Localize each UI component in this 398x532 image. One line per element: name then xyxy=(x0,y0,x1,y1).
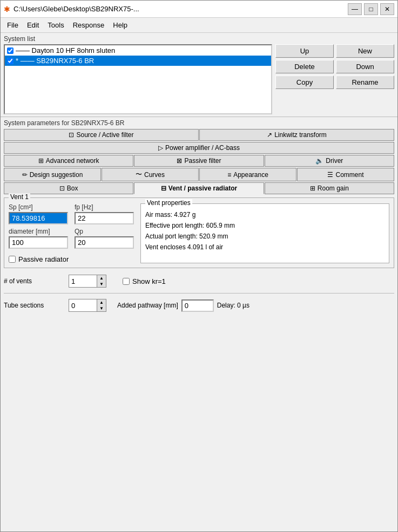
tab-source[interactable]: ⊡ Source / Active filter xyxy=(4,129,199,141)
tube-spinner-arrows: ▲ ▼ xyxy=(97,299,106,311)
copy-button[interactable]: Copy xyxy=(275,76,334,89)
tab-linkwitz[interactable]: ↗ Linkwitz transform xyxy=(199,129,394,141)
window-controls: — □ ✕ xyxy=(348,3,394,15)
params-label: System parameters for SB29NRX75-6 BR xyxy=(4,119,394,127)
tab-curves[interactable]: 〜 Curves xyxy=(102,168,199,181)
list-item[interactable]: * —— SB29NRX75-6 BR xyxy=(5,56,271,66)
new-button[interactable]: New xyxy=(336,44,394,58)
vent-groupbox: Vent 1 Sp [cm²] fp [Hz] xyxy=(4,197,394,268)
num-vents-label: # of vents xyxy=(4,277,63,285)
sp-field: Sp [cm²] xyxy=(9,203,68,224)
linkwitz-icon: ↗ xyxy=(267,131,272,139)
item-label-0: —— Dayton 10 HF 8ohm sluten xyxy=(16,46,115,54)
tab-driver-label: Driver xyxy=(326,157,343,165)
spinner-down-arrow[interactable]: ▼ xyxy=(97,281,106,287)
diameter-input[interactable] xyxy=(9,236,68,249)
tab-row-2: ▷ Power amplifier / AC-bass xyxy=(4,142,394,154)
window-title: C:\Users\Glebe\Desktop\SB29NRX75-... xyxy=(14,5,348,13)
fp-field: fp [Hz] xyxy=(75,203,134,224)
minimize-button[interactable]: — xyxy=(348,3,362,15)
eff-port-row: Effective port length: 605.9 mm xyxy=(145,220,384,231)
params-section: System parameters for SB29NRX75-6 BR ⊡ S… xyxy=(1,117,397,531)
tab-driver[interactable]: 🔈 Driver xyxy=(265,155,394,167)
tab-design-label: Design suggestion xyxy=(30,171,83,179)
power-icon: ▷ xyxy=(158,144,163,152)
menu-file[interactable]: File xyxy=(3,20,23,30)
tab-power[interactable]: ▷ Power amplifier / AC-bass xyxy=(4,142,394,154)
eff-port-label: Effective port length: xyxy=(145,222,204,229)
menu-tools[interactable]: Tools xyxy=(43,20,68,30)
item-checkbox-0[interactable] xyxy=(7,47,14,54)
tab-advnet[interactable]: ⊞ Advanced network xyxy=(4,155,133,167)
qp-label: Qp xyxy=(75,228,134,235)
tab-box[interactable]: ⊡ Box xyxy=(4,182,133,194)
tab-row-3: ⊞ Advanced network ⊠ Passive filter 🔈 Dr… xyxy=(4,155,394,167)
system-list-area: —— Dayton 10 HF 8ohm sluten * —— SB29NRX… xyxy=(4,44,394,114)
tube-spinner-up[interactable]: ▲ xyxy=(97,299,106,305)
actual-port-label: Actual port length: xyxy=(145,233,198,240)
source-icon: ⊡ xyxy=(69,131,74,139)
separator xyxy=(4,293,394,294)
qp-field: Qp xyxy=(75,228,134,249)
actual-port-value: 520.9 mm xyxy=(199,233,228,240)
rename-button[interactable]: Rename xyxy=(336,76,394,89)
close-button[interactable]: ✕ xyxy=(380,3,394,15)
passive-radiator-checkbox[interactable] xyxy=(9,256,16,263)
diam-qp-row: diameter [mm] Qp xyxy=(9,228,134,249)
vent-encloses-row: Vent encloses 4.091 l of air xyxy=(145,242,384,253)
tab-row-4: ✏ Design suggestion 〜 Curves ≡ Appearanc… xyxy=(4,168,394,181)
tab-comment[interactable]: ☰ Comment xyxy=(297,168,394,181)
vent-icon: ⊟ xyxy=(161,185,166,192)
passive-radiator-row: Passive radiator xyxy=(9,255,134,263)
air-mass-row: Air mass: 4.927 g xyxy=(145,209,384,220)
tube-spinner-down[interactable]: ▼ xyxy=(97,305,106,311)
show-kr-label: Show kr=1 xyxy=(132,277,166,285)
delete-button[interactable]: Delete xyxy=(275,60,334,73)
pathway-input[interactable] xyxy=(181,299,214,312)
system-listbox[interactable]: —— Dayton 10 HF 8ohm sluten * —— SB29NRX… xyxy=(4,44,272,114)
comment-icon: ☰ xyxy=(327,171,333,179)
advnet-icon: ⊞ xyxy=(38,157,44,165)
tab-vent[interactable]: ⊟ Vent / passive radiator xyxy=(134,182,264,194)
maximize-button[interactable]: □ xyxy=(364,3,378,15)
tab-roomgain[interactable]: ⊞ Room gain xyxy=(265,182,394,194)
tube-sections-input[interactable] xyxy=(69,301,97,311)
tab-appearance[interactable]: ≡ Appearance xyxy=(199,168,296,181)
vent-props-content: Air mass: 4.927 g Effective port length:… xyxy=(145,209,384,253)
sp-label: Sp [cm²] xyxy=(9,203,68,211)
vent-props-box: Vent properties Air mass: 4.927 g Effect… xyxy=(140,203,389,263)
system-list-label: System list xyxy=(4,35,394,43)
item-checkbox-1[interactable] xyxy=(7,58,14,64)
spinner-arrows: ▲ ▼ xyxy=(97,275,106,287)
show-kr-checkbox[interactable] xyxy=(123,278,130,285)
qp-input[interactable] xyxy=(75,236,134,249)
list-item[interactable]: —— Dayton 10 HF 8ohm sluten xyxy=(5,45,271,56)
tab-design[interactable]: ✏ Design suggestion xyxy=(4,168,101,181)
air-mass-label: Air mass: xyxy=(145,211,172,219)
menu-edit[interactable]: Edit xyxy=(23,20,43,30)
sp-input[interactable] xyxy=(9,212,68,224)
air-mass-value: 4.927 g xyxy=(174,211,195,219)
num-vents-spinner: ▲ ▼ xyxy=(69,275,106,288)
tab-source-label: Source / Active filter xyxy=(76,131,133,139)
num-vents-row: # of vents ▲ ▼ Show kr=1 xyxy=(4,275,394,288)
tube-sections-label: Tube sections xyxy=(4,302,63,309)
tab-passive[interactable]: ⊠ Passive filter xyxy=(134,155,264,167)
fp-input[interactable] xyxy=(75,212,134,224)
spinner-up-arrow[interactable]: ▲ xyxy=(97,275,106,281)
passive-radiator-label: Passive radiator xyxy=(18,255,69,263)
vent-props-title: Vent properties xyxy=(145,199,192,207)
driver-icon: 🔈 xyxy=(315,157,323,165)
diameter-label: diameter [mm] xyxy=(9,228,68,235)
down-button[interactable]: Down xyxy=(336,60,394,73)
tab-vent-label: Vent / passive radiator xyxy=(168,185,237,192)
vent-encloses-label: Vent encloses 4.091 l of air xyxy=(145,243,223,251)
menu-response[interactable]: Response xyxy=(69,20,109,30)
menu-help[interactable]: Help xyxy=(109,20,132,30)
up-button[interactable]: Up xyxy=(275,44,334,58)
num-vents-input[interactable] xyxy=(69,276,97,287)
vent-layout: Sp [cm²] fp [Hz] diameter [mm] xyxy=(9,203,389,263)
tube-row: Tube sections ▲ ▼ Added pathway [mm] Del… xyxy=(4,299,394,312)
tab-power-label: Power amplifier / AC-bass xyxy=(165,144,240,152)
menubar: File Edit Tools Response Help xyxy=(1,18,397,33)
